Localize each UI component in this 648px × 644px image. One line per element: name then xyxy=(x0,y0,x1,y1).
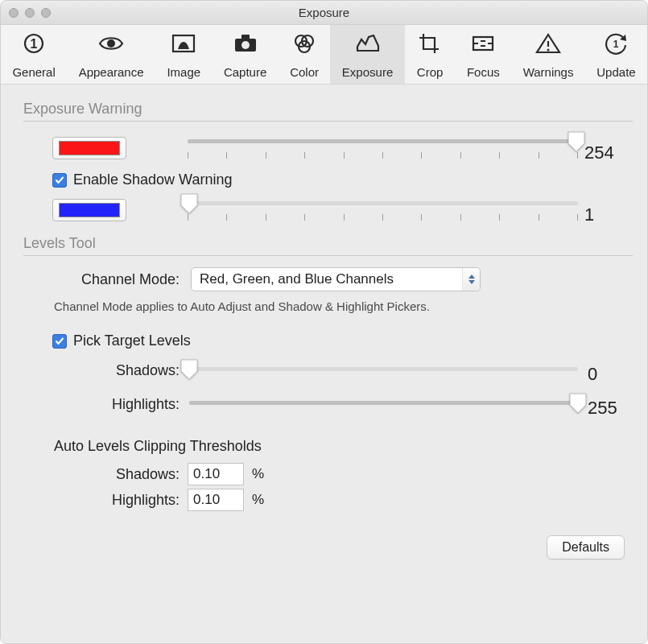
footer: Defaults xyxy=(23,514,633,559)
percent-label: % xyxy=(252,492,276,508)
enable-shadow-warning-label: Enable Shadow Warning xyxy=(73,171,232,188)
divider xyxy=(23,121,633,122)
color-icon xyxy=(291,31,318,60)
defaults-button-label: Defaults xyxy=(562,540,609,554)
svg-text:1: 1 xyxy=(31,37,38,51)
svg-point-6 xyxy=(241,41,250,49)
section-exposure-warning-title: Exposure Warning xyxy=(23,101,633,118)
svg-rect-5 xyxy=(241,35,250,39)
tab-focus[interactable]: Focus xyxy=(456,25,512,84)
tab-label: Focus xyxy=(467,65,500,79)
update-icon: 1 xyxy=(602,31,629,60)
crop-icon xyxy=(416,31,444,60)
tab-color[interactable]: Color xyxy=(279,25,331,84)
window-title: Exposure xyxy=(1,6,647,19)
tab-appearance[interactable]: Appearance xyxy=(67,25,155,84)
clip-highlights-label: Highlights: xyxy=(43,492,180,509)
tab-capture[interactable]: Capture xyxy=(213,25,279,84)
tab-warnings[interactable]: Warnings xyxy=(511,25,585,84)
percent-label: % xyxy=(252,466,276,482)
tab-general[interactable]: 1 General xyxy=(1,25,67,84)
tab-label: Capture xyxy=(224,65,266,79)
highlight-warning-slider[interactable] xyxy=(188,134,578,162)
exposure-pane: Exposure Warning 254 Enable Shadow Warni… xyxy=(1,85,647,643)
camera-icon xyxy=(232,31,259,60)
focus-icon xyxy=(469,31,497,60)
histogram-icon xyxy=(354,31,382,60)
clip-highlights-field[interactable]: 0.10 xyxy=(188,489,244,511)
clip-thresholds-heading: Auto Levels Clipping Thresholds xyxy=(54,438,633,455)
toolbar: 1 General Appearance Image Capture xyxy=(1,25,647,85)
highlight-color xyxy=(59,141,120,155)
preferences-window: Exposure 1 General Appearance Image xyxy=(0,0,648,644)
channel-mode-hint: Channel Mode applies to Auto Adjust and … xyxy=(54,299,633,313)
tab-label: Color xyxy=(290,65,319,79)
tab-label: Appearance xyxy=(79,65,144,79)
enable-shadow-warning-row: Enable Shadow Warning xyxy=(52,171,633,188)
shadow-color-swatch[interactable] xyxy=(52,199,126,221)
tab-crop[interactable]: Crop xyxy=(405,25,456,84)
pick-target-levels-row: Pick Target Levels xyxy=(52,332,633,349)
target-highlights-value: 255 xyxy=(588,390,633,419)
clip-shadows-row: Shadows: 0.10 % xyxy=(43,463,633,485)
image-icon xyxy=(170,31,197,60)
tab-label: General xyxy=(12,65,55,79)
highlight-warning-value: 254 xyxy=(584,133,633,163)
clip-shadows-value: 0.10 xyxy=(193,466,220,482)
tab-label: Update xyxy=(596,65,635,79)
clip-shadows-label: Shadows: xyxy=(43,466,180,483)
pick-target-levels-checkbox[interactable] xyxy=(52,334,67,349)
target-shadows-slider[interactable] xyxy=(189,361,578,380)
svg-text:1: 1 xyxy=(613,39,619,50)
target-highlights-row: Highlights: 255 xyxy=(43,390,633,419)
channel-mode-value: Red, Green, and Blue Channels xyxy=(200,271,394,287)
general-icon: 1 xyxy=(20,31,47,60)
shadow-color xyxy=(59,203,120,217)
highlight-color-swatch[interactable] xyxy=(52,137,126,159)
shadow-warning-row: 1 xyxy=(23,195,633,225)
highlight-warning-row: 254 xyxy=(23,133,633,163)
pick-target-levels-label: Pick Target Levels xyxy=(73,332,191,349)
warning-icon xyxy=(534,31,562,60)
tab-label: Crop xyxy=(417,65,444,79)
select-caret-icon xyxy=(462,268,480,291)
defaults-button[interactable]: Defaults xyxy=(547,535,625,559)
divider xyxy=(23,255,633,256)
tab-exposure[interactable]: Exposure xyxy=(330,25,404,84)
clip-shadows-field[interactable]: 0.10 xyxy=(188,463,244,485)
tab-image[interactable]: Image xyxy=(155,25,213,84)
target-shadows-value: 0 xyxy=(588,356,633,385)
enable-shadow-warning-checkbox[interactable] xyxy=(52,173,67,188)
target-highlights-label: Highlights: xyxy=(43,396,180,413)
clip-highlights-value: 0.10 xyxy=(193,492,220,508)
eye-icon xyxy=(97,31,125,60)
shadow-warning-value: 1 xyxy=(584,195,633,225)
svg-point-2 xyxy=(107,39,115,47)
channel-mode-select[interactable]: Red, Green, and Blue Channels xyxy=(191,267,481,291)
tab-label: Warnings xyxy=(523,65,574,79)
shadow-warning-slider[interactable] xyxy=(188,196,578,224)
target-shadows-label: Shadows: xyxy=(43,362,180,379)
section-levels-tool-title: Levels Tool xyxy=(23,235,633,252)
target-shadows-row: Shadows: 0 xyxy=(43,356,633,385)
clip-highlights-row: Highlights: 0.10 % xyxy=(43,489,633,511)
tab-update[interactable]: 1 Update xyxy=(585,25,647,84)
tab-label: Exposure xyxy=(342,65,393,79)
tab-label: Image xyxy=(167,65,200,79)
target-highlights-slider[interactable] xyxy=(189,394,578,414)
svg-point-17 xyxy=(547,49,550,52)
channel-mode-row: Channel Mode: Red, Green, and Blue Chann… xyxy=(43,267,633,291)
titlebar: Exposure xyxy=(1,1,647,25)
channel-mode-label: Channel Mode: xyxy=(43,271,180,288)
